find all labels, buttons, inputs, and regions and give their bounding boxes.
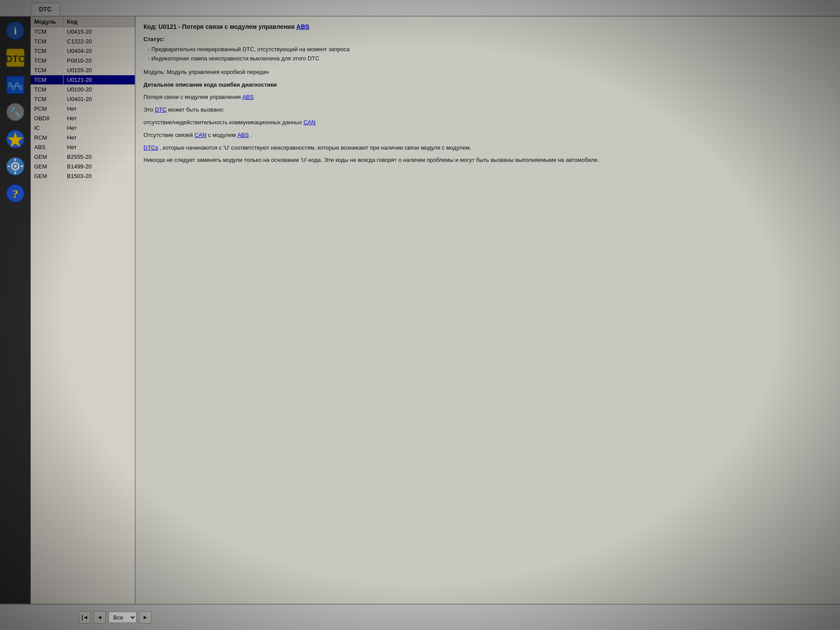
list-row[interactable]: TCMC1222-20	[31, 37, 135, 46]
list-cell-code: Нет	[63, 123, 135, 133]
list-cell-code: B1499-20	[63, 162, 135, 171]
list-cell-module: IC	[31, 123, 63, 133]
list-cell-code: B1503-20	[63, 172, 135, 181]
list-cell-module: PCM	[31, 104, 63, 113]
nav-next-button[interactable]: ►	[139, 611, 151, 623]
list-cell-module: OBDII	[31, 114, 63, 123]
list-cell-code: Нет	[63, 143, 135, 152]
wrench-icon[interactable]: 🔧	[4, 100, 27, 124]
cause-line: Это DTC может быть вызвано:	[144, 105, 832, 115]
list-row[interactable]: RCMНет	[31, 133, 135, 143]
info-icon[interactable]: i	[4, 19, 27, 42]
note1-line: DTCs , которые начинаются с 'U' соответс…	[144, 144, 832, 153]
main-area: i DTC 🔧	[0, 17, 840, 604]
cause1-line: отсутствие/недействительность коммуникац…	[144, 118, 832, 127]
bottom-nav: |◄ ◄ Все TCM PCM ABS GEM ►	[79, 611, 151, 623]
dtc-link[interactable]: DTC	[155, 106, 167, 113]
wave-icon[interactable]	[4, 73, 27, 97]
tab-bar: DTC	[0, 0, 840, 17]
list-row[interactable]: PCMНет	[31, 104, 135, 114]
list-cell-module: TCM	[31, 27, 63, 36]
svg-point-11	[14, 165, 17, 168]
list-row[interactable]: ABSНет	[31, 143, 135, 152]
svg-text:i: i	[14, 25, 17, 36]
list-cell-module: TCM	[31, 66, 63, 75]
help-icon[interactable]: ?	[4, 182, 27, 205]
list-cell-code: U0401-20	[63, 94, 135, 104]
list-row[interactable]: TCMU0121-20	[31, 75, 135, 85]
svg-text:DTC: DTC	[6, 53, 25, 64]
bottom-bar: |◄ ◄ Все TCM PCM ABS GEM ►	[0, 604, 840, 630]
status-title: Статус:	[144, 35, 832, 44]
abs-link-1[interactable]: ABS	[296, 23, 309, 30]
filter-select[interactable]: Все TCM PCM ABS GEM	[108, 612, 136, 623]
detail-panel: Код: U0121 - Потеря связи с модулем упра…	[136, 17, 840, 604]
dtc-warning-icon[interactable]: DTC	[4, 46, 27, 70]
list-row[interactable]: TCMU0155-20	[31, 66, 135, 75]
list-cell-module: TCM	[31, 75, 63, 84]
col-header-code: Код	[63, 17, 135, 27]
list-cell-module: GEM	[31, 152, 63, 161]
code-text: Код: U0121 - Потеря связи с модулем упра…	[144, 23, 294, 30]
list-cell-module: TCM	[31, 46, 63, 56]
list-cell-code: B2555-20	[63, 152, 135, 161]
list-cell-code: U0100-20	[63, 85, 135, 94]
list-cell-module: TCM	[31, 56, 63, 65]
cause2-line: Отсутствие связей CAN с модулем ABS .	[144, 131, 832, 140]
list-cell-code: Нет	[63, 133, 135, 142]
gear-icon[interactable]	[4, 154, 27, 178]
list-cell-module: GEM	[31, 172, 63, 181]
note2-line: Никогда не следует заменять модули тольк…	[144, 156, 832, 165]
list-row[interactable]: OBDIIНет	[31, 114, 135, 123]
list-row[interactable]: GEMB1503-20	[31, 172, 135, 181]
col-header-module: Модуль	[31, 17, 63, 27]
code-line: Код: U0121 - Потеря связи с модулем упра…	[144, 22, 832, 32]
list-panel: Модуль Код TCMU0415-20TCMC1222-20TCMU040…	[31, 17, 136, 604]
list-cell-code: U0415-20	[63, 27, 135, 36]
list-cell-module: RCM	[31, 133, 63, 142]
module-line: Модуль: Модуль управления коробкой перед…	[144, 68, 832, 77]
list-cell-module: TCM	[31, 94, 63, 104]
list-header: Модуль Код	[31, 17, 135, 27]
list-row[interactable]: TCMU0401-20	[31, 94, 135, 104]
list-cell-code: U0155-20	[63, 66, 135, 75]
status-line-2: - Индикаторная лампа неисправности выклю…	[144, 54, 832, 63]
list-row[interactable]: TCMP0810-20	[31, 56, 135, 66]
list-cell-module: ABS	[31, 143, 63, 152]
dtcs-link[interactable]: DTCs	[144, 144, 158, 151]
svg-text:?: ?	[13, 188, 18, 200]
svg-text:🔧: 🔧	[10, 106, 22, 118]
list-cell-code: C1222-20	[63, 37, 135, 46]
list-cell-code: Нет	[63, 114, 135, 123]
list-row[interactable]: GEMB1499-20	[31, 162, 135, 172]
list-cell-module: TCM	[31, 37, 63, 46]
status-line-1: - Предварительно генерированный DTC, отс…	[144, 45, 832, 54]
can-link-1[interactable]: CAN	[304, 119, 315, 126]
tab-dtc[interactable]: DTC	[31, 3, 60, 16]
sidebar: i DTC 🔧	[0, 17, 31, 604]
list-cell-code: U0404-20	[63, 46, 135, 56]
lightning-icon[interactable]	[4, 127, 27, 151]
abs-link-2[interactable]: ABS	[242, 94, 254, 100]
list-cell-module: GEM	[31, 162, 63, 171]
list-row[interactable]: TCMU0415-20	[31, 27, 135, 37]
list-row[interactable]: TCMU0404-20	[31, 46, 135, 56]
nav-first-button[interactable]: |◄	[79, 611, 91, 623]
detail-title: Детальное описание кода ошибки диагности…	[144, 80, 832, 90]
can-link-2[interactable]: CAN	[194, 132, 206, 138]
nav-prev-button[interactable]: ◄	[94, 611, 106, 623]
abs-link-3[interactable]: ABS	[238, 132, 249, 138]
list-cell-code: Нет	[63, 104, 135, 113]
list-row[interactable]: GEMB2555-20	[31, 152, 135, 162]
list-row[interactable]: ICНет	[31, 123, 135, 133]
list-row[interactable]: TCMU0100-20	[31, 85, 135, 94]
list-cell-module: TCM	[31, 85, 63, 94]
status-section: Статус: - Предварительно генерированный …	[144, 35, 832, 63]
list-cell-code: U0121-20	[63, 75, 135, 84]
list-body: TCMU0415-20TCMC1222-20TCMU0404-20TCMP081…	[31, 27, 135, 604]
list-cell-code: P0810-20	[63, 56, 135, 65]
loss-text: Потеря связи с модулем управления ABS	[144, 93, 832, 102]
